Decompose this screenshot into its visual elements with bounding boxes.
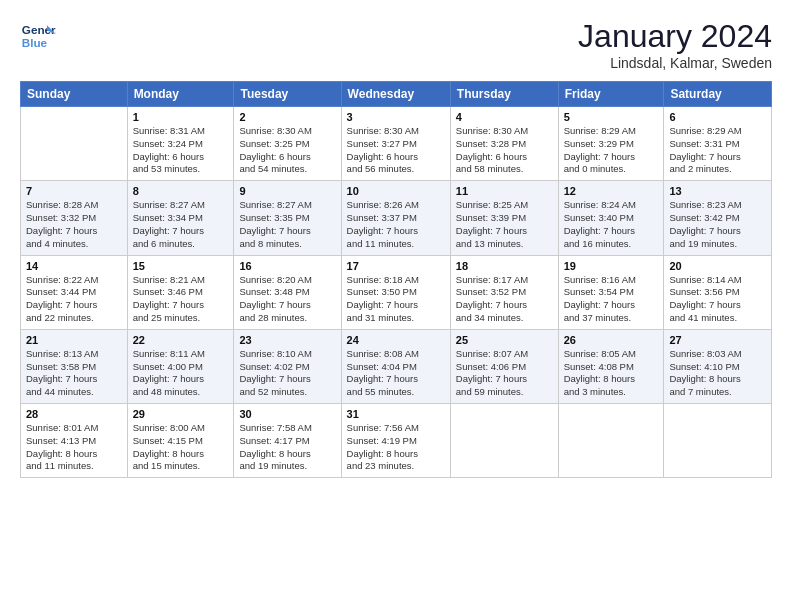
day-number: 9 xyxy=(239,185,335,197)
day-cell: 28Sunrise: 8:01 AMSunset: 4:13 PMDayligh… xyxy=(21,404,128,478)
col-thursday: Thursday xyxy=(450,82,558,107)
day-number: 3 xyxy=(347,111,445,123)
day-cell: 1Sunrise: 8:31 AMSunset: 3:24 PMDaylight… xyxy=(127,107,234,181)
day-number: 20 xyxy=(669,260,766,272)
day-cell: 5Sunrise: 8:29 AMSunset: 3:29 PMDaylight… xyxy=(558,107,664,181)
day-cell: 10Sunrise: 8:26 AMSunset: 3:37 PMDayligh… xyxy=(341,181,450,255)
day-number: 6 xyxy=(669,111,766,123)
day-cell: 17Sunrise: 8:18 AMSunset: 3:50 PMDayligh… xyxy=(341,255,450,329)
day-cell: 12Sunrise: 8:24 AMSunset: 3:40 PMDayligh… xyxy=(558,181,664,255)
day-number: 2 xyxy=(239,111,335,123)
day-info: Sunrise: 8:00 AMSunset: 4:15 PMDaylight:… xyxy=(133,422,229,473)
day-cell: 29Sunrise: 8:00 AMSunset: 4:15 PMDayligh… xyxy=(127,404,234,478)
day-cell: 8Sunrise: 8:27 AMSunset: 3:34 PMDaylight… xyxy=(127,181,234,255)
header-row: Sunday Monday Tuesday Wednesday Thursday… xyxy=(21,82,772,107)
day-number: 4 xyxy=(456,111,553,123)
day-info: Sunrise: 8:22 AMSunset: 3:44 PMDaylight:… xyxy=(26,274,122,325)
col-saturday: Saturday xyxy=(664,82,772,107)
day-number: 24 xyxy=(347,334,445,346)
day-number: 7 xyxy=(26,185,122,197)
day-info: Sunrise: 8:03 AMSunset: 4:10 PMDaylight:… xyxy=(669,348,766,399)
day-number: 21 xyxy=(26,334,122,346)
day-number: 28 xyxy=(26,408,122,420)
day-cell: 20Sunrise: 8:14 AMSunset: 3:56 PMDayligh… xyxy=(664,255,772,329)
day-info: Sunrise: 8:26 AMSunset: 3:37 PMDaylight:… xyxy=(347,199,445,250)
day-number: 29 xyxy=(133,408,229,420)
day-cell: 11Sunrise: 8:25 AMSunset: 3:39 PMDayligh… xyxy=(450,181,558,255)
day-cell: 3Sunrise: 8:30 AMSunset: 3:27 PMDaylight… xyxy=(341,107,450,181)
day-number: 11 xyxy=(456,185,553,197)
day-info: Sunrise: 8:11 AMSunset: 4:00 PMDaylight:… xyxy=(133,348,229,399)
day-number: 23 xyxy=(239,334,335,346)
day-cell: 31Sunrise: 7:56 AMSunset: 4:19 PMDayligh… xyxy=(341,404,450,478)
day-number: 22 xyxy=(133,334,229,346)
day-info: Sunrise: 8:18 AMSunset: 3:50 PMDaylight:… xyxy=(347,274,445,325)
day-cell xyxy=(664,404,772,478)
day-number: 19 xyxy=(564,260,659,272)
day-cell: 7Sunrise: 8:28 AMSunset: 3:32 PMDaylight… xyxy=(21,181,128,255)
day-number: 12 xyxy=(564,185,659,197)
day-number: 30 xyxy=(239,408,335,420)
day-info: Sunrise: 8:27 AMSunset: 3:34 PMDaylight:… xyxy=(133,199,229,250)
day-cell: 13Sunrise: 8:23 AMSunset: 3:42 PMDayligh… xyxy=(664,181,772,255)
day-info: Sunrise: 8:20 AMSunset: 3:48 PMDaylight:… xyxy=(239,274,335,325)
week-row-3: 14Sunrise: 8:22 AMSunset: 3:44 PMDayligh… xyxy=(21,255,772,329)
day-cell: 27Sunrise: 8:03 AMSunset: 4:10 PMDayligh… xyxy=(664,329,772,403)
day-cell: 6Sunrise: 8:29 AMSunset: 3:31 PMDaylight… xyxy=(664,107,772,181)
day-cell: 24Sunrise: 8:08 AMSunset: 4:04 PMDayligh… xyxy=(341,329,450,403)
day-cell: 23Sunrise: 8:10 AMSunset: 4:02 PMDayligh… xyxy=(234,329,341,403)
day-info: Sunrise: 8:25 AMSunset: 3:39 PMDaylight:… xyxy=(456,199,553,250)
day-number: 5 xyxy=(564,111,659,123)
day-info: Sunrise: 8:30 AMSunset: 3:27 PMDaylight:… xyxy=(347,125,445,176)
day-info: Sunrise: 8:07 AMSunset: 4:06 PMDaylight:… xyxy=(456,348,553,399)
day-info: Sunrise: 8:08 AMSunset: 4:04 PMDaylight:… xyxy=(347,348,445,399)
day-info: Sunrise: 8:23 AMSunset: 3:42 PMDaylight:… xyxy=(669,199,766,250)
day-info: Sunrise: 8:30 AMSunset: 3:25 PMDaylight:… xyxy=(239,125,335,176)
col-monday: Monday xyxy=(127,82,234,107)
col-sunday: Sunday xyxy=(21,82,128,107)
day-info: Sunrise: 8:13 AMSunset: 3:58 PMDaylight:… xyxy=(26,348,122,399)
day-info: Sunrise: 8:01 AMSunset: 4:13 PMDaylight:… xyxy=(26,422,122,473)
day-info: Sunrise: 7:58 AMSunset: 4:17 PMDaylight:… xyxy=(239,422,335,473)
day-number: 17 xyxy=(347,260,445,272)
day-number: 10 xyxy=(347,185,445,197)
day-number: 18 xyxy=(456,260,553,272)
svg-text:Blue: Blue xyxy=(22,36,48,49)
week-row-2: 7Sunrise: 8:28 AMSunset: 3:32 PMDaylight… xyxy=(21,181,772,255)
day-info: Sunrise: 8:29 AMSunset: 3:31 PMDaylight:… xyxy=(669,125,766,176)
day-cell: 15Sunrise: 8:21 AMSunset: 3:46 PMDayligh… xyxy=(127,255,234,329)
day-cell: 25Sunrise: 8:07 AMSunset: 4:06 PMDayligh… xyxy=(450,329,558,403)
day-cell: 14Sunrise: 8:22 AMSunset: 3:44 PMDayligh… xyxy=(21,255,128,329)
day-cell: 4Sunrise: 8:30 AMSunset: 3:28 PMDaylight… xyxy=(450,107,558,181)
day-number: 16 xyxy=(239,260,335,272)
day-info: Sunrise: 8:31 AMSunset: 3:24 PMDaylight:… xyxy=(133,125,229,176)
col-wednesday: Wednesday xyxy=(341,82,450,107)
day-cell xyxy=(450,404,558,478)
col-friday: Friday xyxy=(558,82,664,107)
day-number: 26 xyxy=(564,334,659,346)
day-number: 8 xyxy=(133,185,229,197)
month-title: January 2024 xyxy=(578,18,772,55)
day-cell xyxy=(21,107,128,181)
title-block: January 2024 Lindsdal, Kalmar, Sweden xyxy=(578,18,772,71)
day-info: Sunrise: 8:27 AMSunset: 3:35 PMDaylight:… xyxy=(239,199,335,250)
week-row-5: 28Sunrise: 8:01 AMSunset: 4:13 PMDayligh… xyxy=(21,404,772,478)
day-cell: 18Sunrise: 8:17 AMSunset: 3:52 PMDayligh… xyxy=(450,255,558,329)
day-cell: 16Sunrise: 8:20 AMSunset: 3:48 PMDayligh… xyxy=(234,255,341,329)
header: General Blue January 2024 Lindsdal, Kalm… xyxy=(20,18,772,71)
day-number: 1 xyxy=(133,111,229,123)
day-cell: 30Sunrise: 7:58 AMSunset: 4:17 PMDayligh… xyxy=(234,404,341,478)
day-number: 25 xyxy=(456,334,553,346)
calendar-table: Sunday Monday Tuesday Wednesday Thursday… xyxy=(20,81,772,478)
location-subtitle: Lindsdal, Kalmar, Sweden xyxy=(578,55,772,71)
col-tuesday: Tuesday xyxy=(234,82,341,107)
day-number: 13 xyxy=(669,185,766,197)
day-info: Sunrise: 8:05 AMSunset: 4:08 PMDaylight:… xyxy=(564,348,659,399)
day-info: Sunrise: 7:56 AMSunset: 4:19 PMDaylight:… xyxy=(347,422,445,473)
day-info: Sunrise: 8:21 AMSunset: 3:46 PMDaylight:… xyxy=(133,274,229,325)
day-info: Sunrise: 8:17 AMSunset: 3:52 PMDaylight:… xyxy=(456,274,553,325)
day-number: 14 xyxy=(26,260,122,272)
day-info: Sunrise: 8:28 AMSunset: 3:32 PMDaylight:… xyxy=(26,199,122,250)
logo: General Blue xyxy=(20,18,60,54)
page: General Blue January 2024 Lindsdal, Kalm… xyxy=(0,0,792,612)
